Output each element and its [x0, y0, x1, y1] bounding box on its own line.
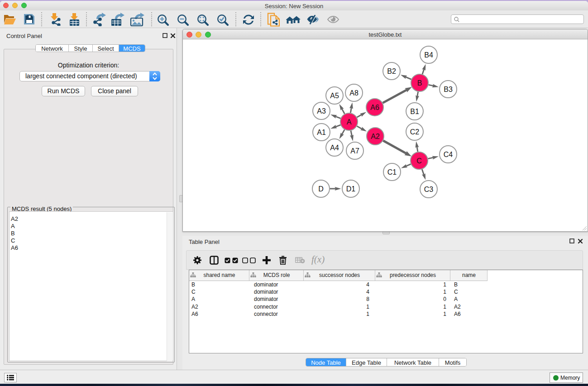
svg-text:A7: A7 — [350, 147, 359, 155]
svg-text:C2: C2 — [410, 128, 420, 136]
svg-text:A8: A8 — [349, 89, 359, 97]
svg-text:B2: B2 — [387, 67, 396, 75]
svg-text:A5: A5 — [330, 92, 339, 100]
svg-text:C: C — [416, 157, 422, 165]
svg-text:D1: D1 — [346, 185, 356, 193]
svg-text:A: A — [347, 118, 352, 126]
svg-text:A6: A6 — [370, 104, 379, 111]
svg-text:C1: C1 — [387, 168, 397, 176]
svg-text:A3: A3 — [317, 107, 326, 115]
svg-text:C3: C3 — [424, 186, 434, 193]
svg-text:A4: A4 — [330, 144, 339, 152]
svg-text:C4: C4 — [444, 151, 453, 158]
svg-text:B4: B4 — [424, 51, 433, 59]
svg-text:D: D — [318, 185, 324, 193]
svg-text:A2: A2 — [371, 133, 380, 140]
svg-text:A1: A1 — [317, 129, 326, 136]
svg-text:B1: B1 — [410, 108, 419, 115]
svg-text:B3: B3 — [444, 86, 453, 93]
svg-text:B: B — [417, 79, 422, 87]
